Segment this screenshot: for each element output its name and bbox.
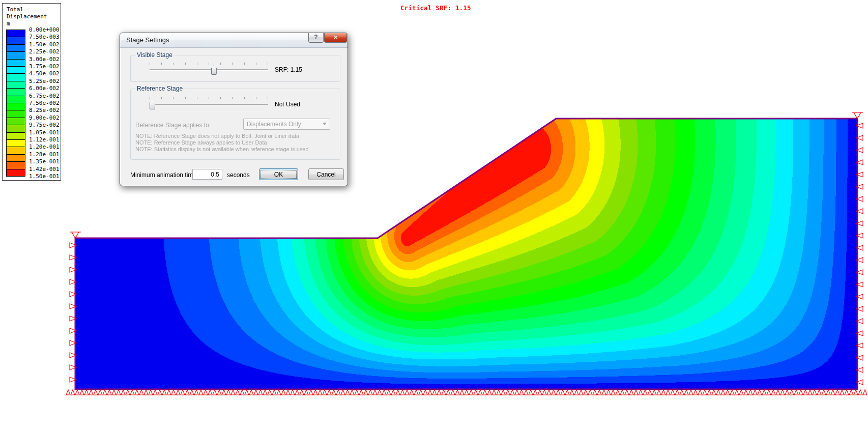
app-viewport: Total Displacement m 0.00e+0007.50e-0031…: [0, 0, 868, 430]
stage-settings-dialog: Stage Settings ? ✕ Visible Stage SRF: 1.…: [120, 33, 348, 186]
ok-button[interactable]: OK: [259, 168, 298, 180]
legend-color-band: [6, 147, 25, 154]
legend-color-band: [6, 118, 25, 125]
legend-color-band: [6, 44, 25, 52]
legend-color-band: [6, 125, 25, 132]
legend-color-band: [6, 51, 25, 59]
reference-stage-group-label: Reference Stage: [135, 85, 185, 92]
legend-tick-label: 7.50e-003: [29, 34, 60, 40]
dialog-title: Stage Settings: [126, 36, 169, 44]
animation-time-unit: seconds: [227, 171, 250, 179]
animation-time-label: Minimum animation time:: [130, 171, 198, 179]
legend-tick-label: 1.05e-001: [29, 129, 60, 136]
legend-color-band: [6, 96, 25, 103]
legend-tick-label: 1.42e-001: [29, 166, 60, 173]
reference-stage-slider-ticks: [150, 97, 268, 100]
legend-tick-label: 9.00e-002: [29, 114, 60, 121]
legend-color-band: [6, 88, 25, 96]
legend-color-band: [6, 66, 25, 74]
reference-stage-applies-label: Reference Stage applies to:: [135, 122, 211, 129]
legend-tick-label: 3.00e-002: [29, 56, 60, 63]
visible-stage-slider-track[interactable]: [150, 69, 268, 71]
reference-stage-slider-track[interactable]: [150, 104, 268, 105]
visible-stage-group-label: Visible Stage: [135, 51, 175, 59]
reference-stage-value: Not Used: [275, 101, 300, 108]
legend-color-band: [6, 30, 25, 37]
visible-stage-slider-ticks: [150, 63, 268, 65]
help-button[interactable]: ?: [308, 33, 324, 43]
legend-color-band: [6, 81, 25, 89]
legend-color-band: [6, 37, 25, 44]
legend-color-band: [6, 154, 25, 162]
legend-color-band: [6, 103, 25, 110]
close-button[interactable]: ✕: [324, 33, 347, 43]
legend-tick-label: 1.28e-001: [29, 151, 60, 158]
critical-srf-label: Critical SRF: 1.15: [400, 5, 471, 12]
legend-tick-label: 4.50e-002: [29, 70, 60, 77]
legend-tick-label: 1.50e-002: [29, 41, 60, 48]
legend-tick-label: 9.75e-002: [29, 122, 60, 128]
legend-tick-label: 3.75e-002: [29, 63, 60, 70]
legend-color-band: [6, 132, 25, 140]
legend-color-band: [6, 139, 25, 147]
note-line: NOTE: Statistics display is not availabl…: [135, 146, 309, 153]
legend-color-band: [6, 73, 25, 81]
legend-tick-label: 1.12e-001: [29, 136, 60, 143]
legend-tick-label: 0.00e+000: [29, 26, 60, 33]
reference-stage-slider-thumb[interactable]: [150, 100, 155, 109]
legend-tick-label: 1.35e-001: [29, 158, 60, 165]
legend-tick-label: 1.20e-001: [29, 144, 60, 150]
legend-color-band: [6, 161, 25, 169]
contour-legend: Total Displacement m 0.00e+0007.50e-0031…: [2, 3, 61, 181]
visible-stage-group: Visible Stage SRF: 1.15: [130, 55, 340, 82]
note-line: NOTE: Reference Stage always applies to …: [135, 139, 309, 146]
legend-tick-label: 5.25e-002: [29, 78, 60, 84]
reference-stage-notes: NOTE: Reference Stage does not apply to …: [135, 133, 309, 153]
cancel-button[interactable]: Cancel: [308, 168, 344, 180]
reference-stage-applies-value: Displacements Only: [247, 121, 301, 128]
legend-color-band: [6, 110, 25, 118]
legend-tick-label: 8.25e-002: [29, 107, 60, 113]
legend-tick-label: 6.00e-002: [29, 85, 60, 92]
legend-tick-label: 2.25e-002: [29, 48, 60, 55]
animation-time-input[interactable]: [192, 169, 222, 180]
legend-tick-label: 7.50e-002: [29, 100, 60, 106]
close-icon: ✕: [333, 34, 338, 40]
legend-tick-label: 6.75e-002: [29, 93, 60, 99]
note-line: NOTE: Reference Stage does not apply to …: [135, 133, 309, 139]
legend-color-band: [6, 59, 25, 67]
help-icon: ?: [314, 34, 317, 41]
chevron-down-icon: [323, 123, 327, 125]
visible-stage-value: SRF: 1.15: [275, 66, 302, 73]
reference-stage-applies-dropdown[interactable]: Displacements Only: [243, 119, 330, 130]
legend-color-band: [6, 169, 25, 177]
visible-stage-slider-thumb[interactable]: [211, 65, 217, 75]
legend-tick-label: 1.50e-001: [29, 173, 60, 180]
legend-title: Total Displacement m: [7, 6, 47, 27]
